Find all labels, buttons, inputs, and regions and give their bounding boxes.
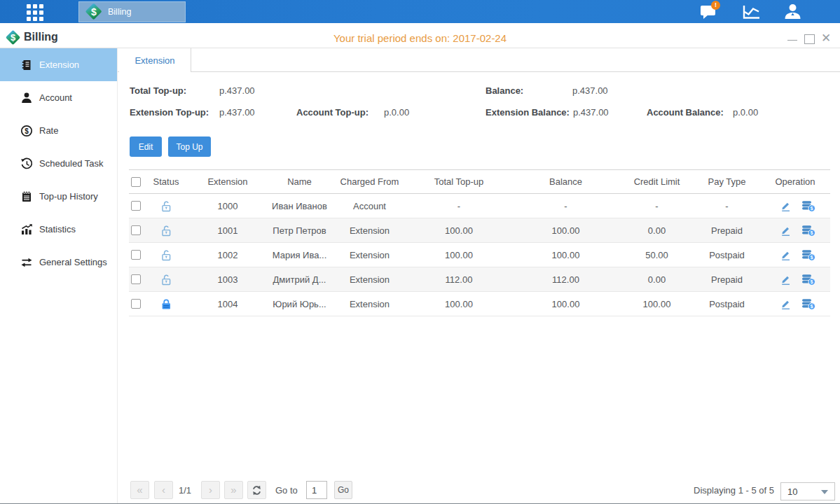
col-credit-limit: Credit Limit bbox=[620, 176, 694, 187]
taskbar-tab-label: Billing bbox=[108, 7, 131, 17]
billing-diamond-icon: $ bbox=[85, 4, 102, 20]
cell-extension: 1004 bbox=[189, 299, 266, 309]
cell-extension: 1001 bbox=[189, 225, 266, 236]
window-title-bar: $ Billing Your trial period ends on: 201… bbox=[0, 23, 840, 48]
edit-row-icon[interactable] bbox=[780, 249, 792, 261]
last-page-button[interactable]: » bbox=[224, 481, 243, 499]
refresh-icon bbox=[252, 485, 262, 496]
minimize-button[interactable] bbox=[787, 33, 798, 44]
edit-row-icon[interactable] bbox=[780, 298, 792, 310]
extension-topup-label: Extension Top-up: bbox=[130, 107, 209, 118]
cell-extension: 1003 bbox=[189, 274, 266, 285]
top-bar: $ Billing ! bbox=[0, 0, 840, 23]
person-icon bbox=[783, 2, 802, 21]
extension-balance-value: p.437.00 bbox=[573, 107, 609, 118]
topup-row-icon[interactable]: $ bbox=[801, 298, 815, 310]
go-button[interactable]: Go bbox=[334, 481, 352, 499]
topup-row-icon[interactable]: $ bbox=[801, 225, 815, 237]
page-indicator: 1/1 bbox=[179, 485, 191, 496]
cell-total-topup: - bbox=[406, 201, 511, 211]
cell-charged-from: Extension bbox=[333, 250, 406, 260]
cell-pay-type: - bbox=[694, 201, 760, 211]
main-content: Extension Total Top-up: p.437.00 Balance… bbox=[118, 48, 840, 504]
edit-row-icon[interactable] bbox=[780, 274, 792, 286]
table-body: 1000 Иван Иванов Account - - - - $ bbox=[129, 194, 830, 316]
account-topup-label: Account Top-up: bbox=[296, 107, 369, 118]
cell-name: Иван Иванов bbox=[266, 201, 333, 211]
next-page-button[interactable]: › bbox=[201, 481, 220, 499]
cell-name: Петр Петров bbox=[266, 225, 333, 236]
extension-table: Status Extension Name Charged From Total… bbox=[129, 169, 830, 316]
first-page-button[interactable]: « bbox=[130, 481, 149, 499]
row-checkbox[interactable] bbox=[131, 250, 141, 260]
cell-name: Мария Ива... bbox=[266, 250, 333, 260]
user-menu-button[interactable] bbox=[771, 0, 813, 23]
table-row[interactable]: 1000 Иван Иванов Account - - - - $ bbox=[129, 194, 830, 218]
reports-button[interactable] bbox=[729, 0, 771, 23]
row-checkbox[interactable] bbox=[131, 299, 141, 309]
balance-label: Balance: bbox=[486, 85, 523, 96]
status-locked-icon bbox=[160, 298, 172, 310]
sidebar-item-topup-history[interactable]: Top-up History bbox=[0, 180, 117, 213]
cell-name: Дмитрий Д... bbox=[266, 274, 333, 285]
topup-row-icon[interactable]: $ bbox=[801, 200, 815, 212]
edit-button[interactable]: Edit bbox=[130, 136, 162, 157]
page-size-select[interactable]: 10 bbox=[780, 482, 835, 500]
topup-row-icon[interactable]: $ bbox=[801, 249, 815, 261]
extension-topup-value: p.437.00 bbox=[219, 107, 255, 118]
total-topup-value: p.437.00 bbox=[219, 85, 255, 96]
col-name: Name bbox=[266, 176, 333, 187]
select-all-checkbox[interactable] bbox=[131, 177, 141, 187]
notifications-button[interactable]: ! bbox=[687, 0, 729, 23]
displaying-text: Displaying 1 - 5 of 5 bbox=[694, 485, 774, 496]
status-unlocked-icon bbox=[160, 225, 172, 237]
row-checkbox[interactable] bbox=[131, 225, 141, 235]
sidebar-item-statistics[interactable]: Statistics bbox=[0, 213, 117, 246]
sidebar-item-scheduled-task[interactable]: Scheduled Task bbox=[0, 147, 117, 180]
close-button[interactable]: ✕ bbox=[820, 33, 832, 44]
taskbar-tab-billing[interactable]: $ Billing bbox=[78, 1, 186, 22]
status-unlocked-icon bbox=[160, 249, 172, 261]
prev-page-button[interactable]: ‹ bbox=[154, 481, 173, 499]
table-row[interactable]: 1004 Юрий Юрь... Extension 100.00 100.00… bbox=[129, 292, 830, 316]
maximize-button[interactable] bbox=[804, 33, 815, 44]
top-up-button[interactable]: Top Up bbox=[168, 136, 211, 157]
cell-credit-limit: 0.00 bbox=[620, 225, 694, 236]
cell-charged-from: Extension bbox=[333, 274, 406, 285]
goto-label: Go to bbox=[275, 485, 298, 496]
sidebar-item-extension[interactable]: Extension bbox=[0, 48, 117, 81]
sidebar-item-general-settings[interactable]: General Settings bbox=[0, 246, 117, 279]
refresh-button[interactable] bbox=[247, 481, 266, 499]
cell-balance: 100.00 bbox=[511, 250, 620, 260]
table-header: Status Extension Name Charged From Total… bbox=[129, 169, 830, 194]
cell-pay-type: Prepaid bbox=[694, 274, 760, 285]
cell-total-topup: 112.00 bbox=[406, 274, 511, 285]
cell-total-topup: 100.00 bbox=[406, 225, 511, 236]
cell-credit-limit: - bbox=[620, 201, 694, 211]
cell-pay-type: Postpaid bbox=[694, 299, 760, 309]
sidebar-label-extension: Extension bbox=[39, 59, 79, 70]
cell-charged-from: Account bbox=[333, 201, 406, 211]
cell-pay-type: Postpaid bbox=[694, 250, 760, 260]
edit-row-icon[interactable] bbox=[780, 200, 792, 212]
notification-badge: ! bbox=[711, 1, 720, 10]
table-row[interactable]: 1003 Дмитрий Д... Extension 112.00 112.0… bbox=[129, 267, 830, 292]
table-row[interactable]: 1001 Петр Петров Extension 100.00 100.00… bbox=[129, 218, 830, 243]
cell-balance: 100.00 bbox=[511, 299, 620, 309]
topup-row-icon[interactable]: $ bbox=[801, 274, 815, 286]
col-charged-from: Charged From bbox=[333, 176, 406, 187]
status-unlocked-icon bbox=[160, 274, 172, 286]
trial-notice: Your trial period ends on: 2017-02-24 bbox=[0, 32, 840, 44]
sidebar-item-account[interactable]: Account bbox=[0, 81, 117, 114]
tab-extension[interactable]: Extension bbox=[119, 48, 191, 72]
app-grid-icon[interactable] bbox=[27, 4, 43, 21]
edit-row-icon[interactable] bbox=[780, 225, 792, 237]
chevron-down-icon bbox=[821, 490, 828, 494]
table-row[interactable]: 1002 Мария Ива... Extension 100.00 100.0… bbox=[129, 243, 830, 267]
notepad-icon bbox=[20, 190, 33, 203]
sidebar-item-rate[interactable]: $ Rate bbox=[0, 114, 117, 147]
row-checkbox[interactable] bbox=[131, 274, 141, 284]
person-icon bbox=[20, 92, 33, 104]
goto-page-input[interactable] bbox=[306, 481, 327, 499]
row-checkbox[interactable] bbox=[131, 201, 141, 211]
